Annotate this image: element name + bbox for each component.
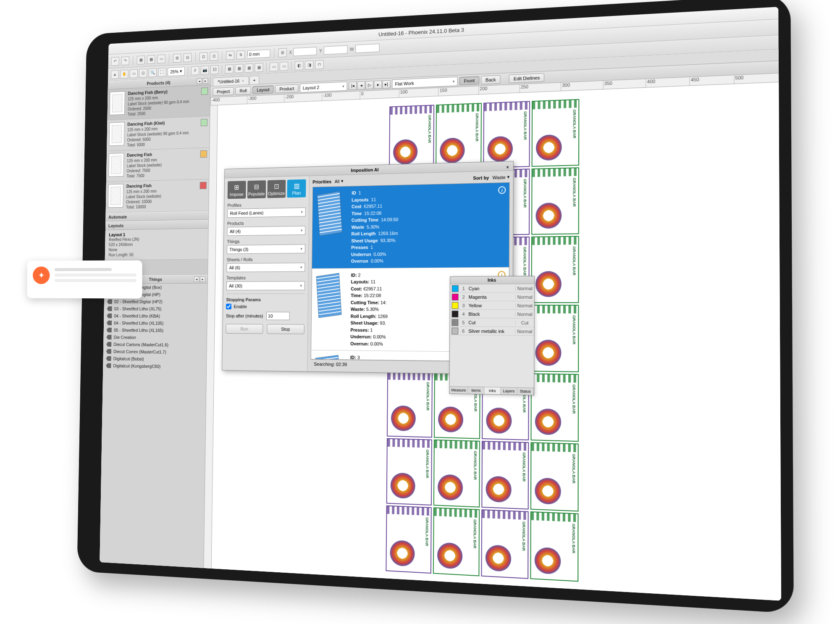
enable-checkbox[interactable]: Enable [226, 304, 304, 310]
imposed-label[interactable] [483, 101, 530, 168]
product-card[interactable]: Dancing Fish 125 mm x 200 mm Label Stock… [106, 179, 209, 213]
imposed-label[interactable] [530, 511, 578, 582]
sheets-select[interactable]: All (6) [226, 263, 305, 272]
rect-icon[interactable]: ▭ [130, 69, 138, 78]
inks-tab-status[interactable]: Status [517, 388, 534, 395]
close-dialog-icon[interactable]: × [505, 163, 511, 169]
thing-item[interactable]: 04 - Sheetfed Litho (KBA) [104, 312, 207, 320]
inks-tab-items[interactable]: Items [468, 387, 484, 394]
ink-row[interactable]: 2 Magenta Normal [450, 293, 534, 301]
x-input[interactable] [294, 47, 317, 56]
stop-button[interactable]: Stop [267, 324, 304, 334]
crop-icon[interactable]: ⊡ [139, 68, 147, 77]
imposed-label[interactable] [530, 442, 579, 511]
first-icon[interactable]: |◂ [349, 82, 357, 90]
panel-next-icon[interactable]: ▸ [200, 276, 205, 282]
imposed-label[interactable] [532, 99, 580, 167]
stop-after-input[interactable] [266, 312, 289, 320]
edit-dielines-button[interactable]: Edit Dielines [509, 73, 545, 83]
new-tab-button[interactable]: + [249, 76, 259, 84]
ink-row[interactable]: 1 Cyan Normal [450, 284, 534, 293]
profiles-select[interactable]: Roll Feed (Lanes) [227, 208, 306, 218]
grid-tool-icon[interactable]: ▦ [147, 55, 155, 63]
imposed-label[interactable] [531, 305, 579, 372]
imposed-label[interactable] [386, 506, 431, 574]
history-icon[interactable]: ↶ [111, 57, 119, 66]
zoom-icon[interactable]: 🔍 [149, 68, 157, 77]
product-card[interactable]: Dancing Fish (Kiwi) 125 mm x 200 mm Labe… [107, 116, 210, 151]
inks-tab-layers[interactable]: Layers [501, 387, 517, 395]
thing-item[interactable]: 05 - Sheetfed Litho (XL165) [104, 326, 207, 334]
y-input[interactable] [324, 45, 348, 54]
misc-icon[interactable]: ◧ [295, 61, 304, 70]
imposed-label[interactable] [481, 509, 528, 579]
thing-item[interactable]: Digitalcut (KongsbergC60) [103, 362, 206, 371]
grid-icon[interactable]: ⊞ [278, 48, 286, 57]
ink-row[interactable]: 6 Silver metallic ink Normal [450, 326, 534, 336]
impose-mode-button[interactable]: ⊞Impose [228, 181, 246, 199]
populate-mode-button[interactable]: ⊟Populate [247, 180, 266, 198]
panel-prev-icon[interactable]: ◂ [197, 78, 202, 84]
tiles-icon[interactable]: ▦ [225, 64, 234, 74]
thing-item[interactable]: Die Creation [103, 334, 207, 342]
play-icon[interactable]: ▷ [365, 81, 373, 89]
panel-next-icon[interactable]: ▸ [203, 78, 208, 84]
products-select[interactable]: All (4) [227, 226, 306, 236]
notification-toast[interactable]: ✦ [27, 260, 142, 298]
work-type-select[interactable]: Flat Work [392, 76, 458, 89]
front-button[interactable]: Front [459, 76, 479, 85]
sheet-icon[interactable]: ▭ [270, 62, 278, 71]
tiles-icon[interactable]: ▦ [255, 63, 263, 72]
misc-icon[interactable]: ⊓ [315, 60, 324, 69]
redo-icon[interactable]: ↷ [121, 56, 129, 65]
ink-row[interactable]: 4 Black Normal [450, 310, 534, 319]
ink-row[interactable]: 5 Cut Cut [450, 318, 534, 327]
tiles-icon[interactable]: ▦ [235, 64, 243, 73]
priorities-select[interactable]: All ▾ [335, 178, 344, 184]
mirror-icon[interactable]: ⇋ [226, 50, 234, 60]
things-select[interactable]: Things (3) [227, 244, 305, 254]
imposed-label[interactable] [387, 371, 433, 437]
zoom-select[interactable]: 25%▾ [168, 67, 185, 76]
offset-input[interactable] [247, 49, 270, 58]
sheet-icon[interactable]: ▭ [280, 61, 288, 71]
hash-icon[interactable]: # [191, 66, 200, 75]
product-card[interactable]: Dancing Fish (Berry) 125 mm x 200 mm Lab… [107, 85, 210, 120]
imposed-label[interactable] [433, 507, 480, 576]
sortby-select[interactable]: Waste ▾ [492, 174, 509, 180]
imposed-label[interactable] [531, 167, 579, 235]
templates-select[interactable]: All (30) [226, 281, 305, 290]
plan-mode-button[interactable]: ▥Plan [287, 179, 306, 198]
grid-tool-icon[interactable]: ▦ [137, 55, 145, 64]
tiles-icon[interactable]: ▦ [245, 63, 253, 72]
roll-button[interactable]: Roll [236, 86, 251, 95]
back-button[interactable]: Back [481, 75, 501, 84]
imposed-label[interactable] [481, 441, 529, 510]
imposed-label[interactable] [433, 440, 480, 508]
imposed-label[interactable] [530, 373, 579, 442]
panel-prev-icon[interactable]: ◂ [194, 276, 200, 282]
project-button[interactable]: Project [213, 87, 234, 96]
next-icon[interactable]: ▸ [374, 80, 382, 89]
document-tab[interactable]: *Untitled-16× [213, 76, 249, 86]
optimize-mode-button[interactable]: ⊡Optimize [267, 180, 286, 198]
align-icon[interactable]: ⊞ [173, 53, 181, 63]
pointer-icon[interactable]: ▲ [111, 70, 119, 79]
imposed-label[interactable] [389, 105, 434, 171]
ink-row[interactable]: 3 Yellow Normal [450, 301, 534, 310]
layout-button[interactable]: Layout [252, 85, 274, 94]
layout-select[interactable]: Layout 2 [300, 82, 347, 92]
expand-icon[interactable]: ⛶ [158, 68, 166, 76]
imposed-label[interactable] [531, 236, 579, 303]
hand-icon[interactable]: ✋ [120, 69, 128, 78]
mirror-icon[interactable]: ⇅ [236, 50, 245, 59]
product-card[interactable]: Dancing Fish 125 mm x 200 mm Label Stock… [106, 148, 210, 182]
w-input[interactable] [355, 43, 379, 53]
camera-icon[interactable]: 📷 [201, 66, 209, 75]
inks-tab-inks[interactable]: Inks [484, 387, 501, 394]
misc-icon[interactable]: ◨ [305, 60, 314, 69]
inks-tab-measure[interactable]: Measure [449, 387, 468, 394]
last-icon[interactable]: ▸| [382, 80, 390, 88]
imposed-label[interactable] [436, 103, 482, 169]
align-icon[interactable]: ⊟ [184, 53, 192, 62]
